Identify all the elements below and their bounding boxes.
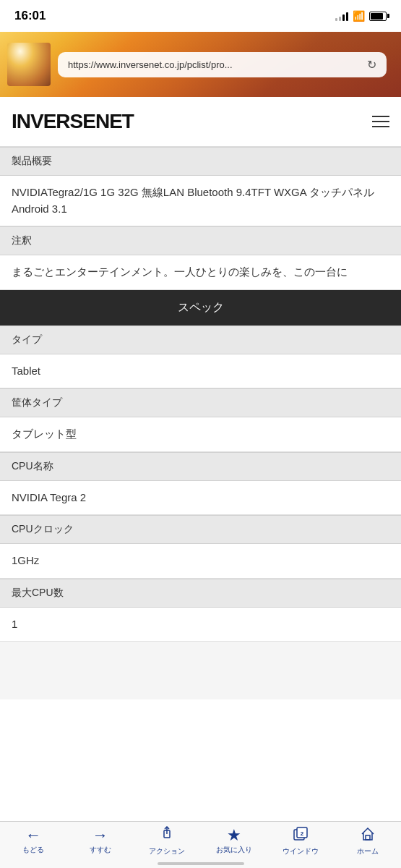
spec-value-cpu-clock: 1GHz <box>0 544 401 579</box>
status-bar: 16:01 📶 <box>0 0 401 32</box>
url-text: https://www.inversenet.co.jp/pclist/pro.… <box>68 59 233 70</box>
spec-header: スペック <box>0 290 401 326</box>
spec-label-type: タイプ <box>0 326 401 354</box>
bookmark-icon: ★ <box>227 827 241 843</box>
svg-text:2: 2 <box>301 830 304 837</box>
home-icon <box>360 826 376 845</box>
nav-back-label: もどる <box>22 845 44 855</box>
wifi-icon: 📶 <box>353 10 365 22</box>
signal-icon <box>335 11 348 21</box>
value-notes: まるごとエンターテインメント。一人ひとりの楽しみを、この一台に <box>0 255 401 290</box>
status-icons: 📶 <box>335 10 387 22</box>
nav-bookmark-label: お気に入り <box>216 845 252 855</box>
svg-rect-5 <box>366 835 370 840</box>
section-label-notes: 注釈 <box>0 226 401 255</box>
site-header: INVERSENET <box>0 97 401 147</box>
spec-label-cpu-name: CPU名称 <box>0 452 401 481</box>
site-logo: INVERSENET <box>12 110 134 133</box>
section-label-product-overview: 製品概要 <box>0 147 401 176</box>
nav-action-label: アクション <box>149 846 185 856</box>
spec-label-cpu-clock: CPUクロック <box>0 515 401 544</box>
spec-value-cpu-name: NVIDIA Tegra 2 <box>0 481 401 516</box>
spec-label-chassis: 筐体タイプ <box>0 388 401 417</box>
action-icon <box>159 826 175 845</box>
url-bar-wrap[interactable]: https://www.inversenet.co.jp/pclist/pro.… <box>58 52 387 77</box>
nav-back-button[interactable]: ← もどる <box>12 827 55 855</box>
nav-windows-button[interactable]: 2 ウインドウ <box>279 826 322 856</box>
hamburger-menu-button[interactable] <box>372 116 389 127</box>
spec-value-max-cpu: 1 <box>0 608 401 642</box>
nav-action-button[interactable]: アクション <box>145 826 189 856</box>
windows-icon: 2 <box>293 826 309 845</box>
reload-icon[interactable]: ↻ <box>367 58 376 72</box>
forward-icon: → <box>92 827 108 843</box>
spec-value-chassis: タブレット型 <box>0 417 401 452</box>
nav-windows-label: ウインドウ <box>283 846 319 856</box>
url-bar[interactable]: https://www.inversenet.co.jp/pclist/pro.… <box>58 52 387 77</box>
nav-home-button[interactable]: ホーム <box>346 826 389 856</box>
home-indicator <box>158 862 244 865</box>
nav-forward-button[interactable]: → すすむ <box>79 827 122 855</box>
nav-forward-label: すすむ <box>90 845 111 855</box>
browser-bar: https://www.inversenet.co.jp/pclist/pro.… <box>0 32 401 97</box>
page-thumbnail <box>7 43 51 86</box>
spec-label-max-cpu: 最大CPU数 <box>0 579 401 608</box>
value-product-overview: NVIDIATegra2/1G 1G 32G 無線LAN Bluetooth 9… <box>0 176 401 226</box>
spec-value-type: Tablet <box>0 354 401 389</box>
nav-bookmark-button[interactable]: ★ お気に入り <box>212 827 256 855</box>
status-time: 16:01 <box>14 9 46 23</box>
back-icon: ← <box>25 827 41 843</box>
battery-icon <box>369 12 387 21</box>
bottom-navigation: ← もどる → すすむ アクション ★ お気に入り 2 ウインドウ <box>0 821 401 868</box>
nav-home-label: ホーム <box>357 846 379 856</box>
content-area: 製品概要 NVIDIATegra2/1G 1G 32G 無線LAN Blueto… <box>0 147 401 699</box>
